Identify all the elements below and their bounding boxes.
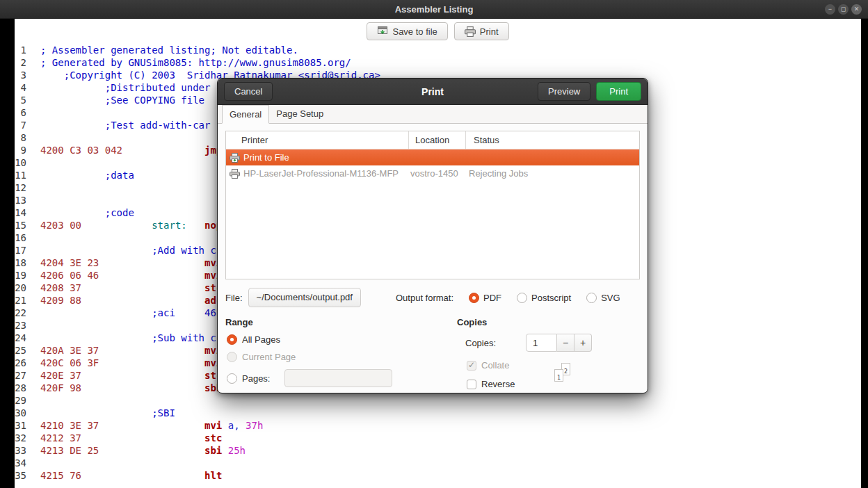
minimize-button[interactable]: −: [825, 4, 835, 15]
line-number: 14: [15, 206, 26, 219]
line-number: 29: [15, 394, 26, 407]
line-number: 23: [15, 319, 26, 332]
preview-page-1: 1: [554, 369, 563, 382]
line-number: 20: [15, 282, 26, 294]
tab-page-setup[interactable]: Page Setup: [269, 105, 330, 124]
line-number: 12: [15, 181, 26, 194]
range-option-label: Pages:: [242, 373, 270, 384]
increment-button[interactable]: +: [574, 334, 592, 352]
line-number: 17: [15, 244, 26, 257]
code-line: 334213 DE 25 sbi 25h: [15, 444, 861, 457]
line-number: 30: [15, 407, 26, 419]
cancel-button[interactable]: Cancel: [224, 82, 273, 101]
code-line: 324212 37 stc: [15, 432, 861, 444]
line-number: 35: [15, 469, 26, 482]
collate-label: Collate: [481, 360, 509, 371]
line-number: 24: [15, 332, 26, 344]
line-number: 18: [15, 257, 26, 269]
line-number: 16: [15, 231, 26, 244]
format-label: Postscript: [531, 293, 571, 303]
format-label: SVG: [601, 293, 620, 303]
file-row: File: ~/Documents/output.pdf Output form…: [225, 288, 640, 307]
printer-list-body: Print to FileHP-LaserJet-Professional-M1…: [226, 149, 639, 181]
printer-list-header: Printer Location Status: [226, 131, 639, 149]
line-number: 6: [15, 106, 26, 119]
radio-icon: [517, 293, 527, 303]
code-line: 34: [15, 457, 861, 469]
code-line: 314210 3E 37 mvi a, 37h: [15, 419, 861, 432]
general-tab-page: Printer Location Status Print to FileHP-…: [218, 124, 648, 389]
dialog-header: Print Cancel Preview Print: [218, 79, 648, 105]
printer-status: Rejecting Jobs: [469, 168, 528, 179]
preview-button[interactable]: Preview: [538, 82, 590, 101]
format-option-pdf[interactable]: PDF: [469, 293, 501, 303]
output-format-label: Output format:: [396, 293, 453, 303]
printer-icon: [230, 169, 240, 179]
printer-icon: [465, 26, 476, 37]
radio-icon: [469, 293, 479, 303]
radio-icon: [586, 293, 597, 303]
column-header-status[interactable]: Status: [466, 131, 639, 149]
close-button[interactable]: ✕: [851, 4, 862, 15]
tab-general[interactable]: General: [222, 105, 269, 124]
line-number: 7: [15, 119, 26, 131]
line-number: 8: [15, 131, 26, 144]
window-titlebar: Assembler Listing −◻✕: [0, 0, 868, 19]
collate-check-icon: [467, 361, 476, 371]
maximize-button[interactable]: ◻: [838, 4, 849, 15]
line-number: 15: [15, 219, 26, 231]
line-number: 13: [15, 194, 26, 206]
range-option-label: Current Page: [242, 352, 296, 362]
copies-input[interactable]: 1: [526, 334, 557, 352]
printer-row-hp-laserjet-professional-m1136-mfp[interactable]: HP-LaserJet-Professional-M1136-MFPvostro…: [226, 165, 639, 181]
dialog-tabs: GeneralPage Setup: [218, 105, 648, 124]
range-copies-sections: Range All PagesCurrent PagePages: Copies…: [225, 317, 640, 389]
line-number: 25: [15, 344, 26, 357]
line-number: 34: [15, 457, 26, 469]
print-confirm-button[interactable]: Print: [596, 82, 641, 101]
range-option-label: All Pages: [242, 334, 280, 345]
line-number: 27: [15, 369, 26, 382]
range-option-pages[interactable]: Pages:: [227, 369, 457, 387]
file-label: File:: [225, 293, 243, 303]
printer-location: vostro-1450: [410, 168, 458, 179]
line-number: 10: [15, 156, 26, 169]
line-number: 11: [15, 169, 26, 181]
format-option-svg[interactable]: SVG: [586, 293, 620, 303]
range-option-all-pages[interactable]: All Pages: [227, 334, 457, 345]
copies-row: Copies: 1 − +: [465, 334, 640, 352]
reverse-checkbox[interactable]: Reverse: [467, 379, 640, 389]
code-line: 29: [15, 394, 861, 407]
save-icon: [377, 26, 388, 37]
code-line: 354215 76 hlt: [15, 469, 861, 482]
copies-section: Copies Copies: 1 − + Collate Reverse: [457, 317, 640, 389]
line-number: 9: [15, 144, 26, 156]
collate-preview: 2 1: [554, 363, 575, 385]
range-options: All PagesCurrent PagePages:: [225, 334, 457, 387]
format-option-postscript[interactable]: Postscript: [517, 293, 571, 303]
print-dialog: Print Cancel Preview Print GeneralPage S…: [217, 78, 648, 393]
pages-entry: [284, 369, 392, 387]
range-option-current-page: Current Page: [227, 352, 457, 362]
copies-label: Copies:: [465, 338, 526, 348]
format-label: PDF: [483, 293, 501, 303]
column-header-location[interactable]: Location: [409, 131, 466, 149]
printer-row-print-to-file[interactable]: Print to File: [226, 149, 639, 165]
line-number: 21: [15, 294, 26, 307]
line-number: 26: [15, 357, 26, 369]
line-number: 3: [15, 69, 26, 81]
print-label: Print: [480, 26, 499, 37]
printer-icon: [230, 153, 240, 163]
printer-name: Print to File: [243, 152, 289, 163]
line-number: 4: [15, 81, 26, 94]
file-name-button[interactable]: ~/Documents/output.pdf: [248, 288, 361, 307]
range-title: Range: [225, 317, 457, 327]
window-title: Assembler Listing: [395, 4, 474, 15]
column-header-printer[interactable]: Printer: [226, 131, 409, 149]
reverse-label: Reverse: [481, 379, 515, 389]
line-number: 5: [15, 94, 26, 106]
line-number: 31: [15, 419, 26, 432]
save-to-file-button[interactable]: Save to file: [367, 22, 447, 40]
print-button[interactable]: Print: [454, 22, 509, 40]
decrement-button[interactable]: −: [557, 334, 574, 352]
